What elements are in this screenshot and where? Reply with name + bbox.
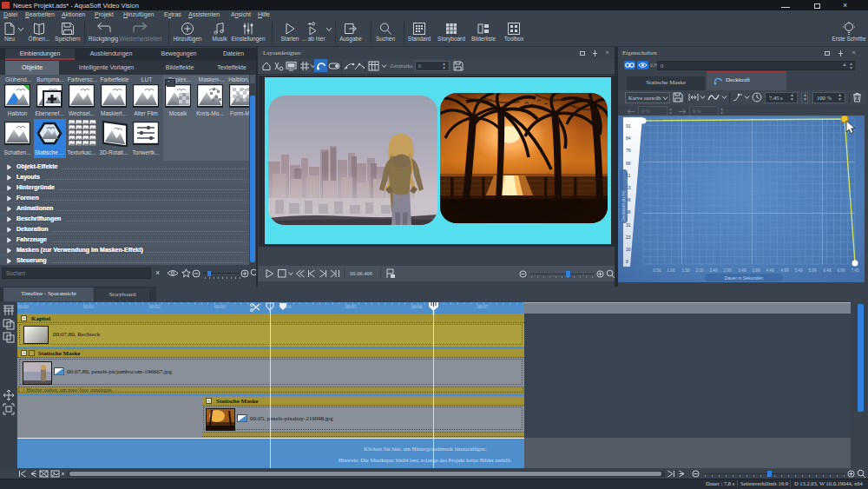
svg-text:31: 31 [626,222,631,228]
svg-text:3.99: 3.99 [753,268,760,273]
svg-text:84: 84 [626,135,631,141]
svg-text:68: 68 [626,161,631,166]
svg-text:Dauer in Sekunden: Dauer in Sekunden [725,275,764,281]
svg-text:2.00: 2.00 [696,268,704,273]
svg-text:1.50: 1.50 [682,268,690,273]
svg-text:3.49: 3.49 [739,268,746,273]
svg-text:16: 16 [626,247,631,252]
svg-text:5.99: 5.99 [809,268,817,273]
svg-text:2.99: 2.99 [724,268,732,273]
svg-text:4.49: 4.49 [766,268,774,273]
svg-text:2.49: 2.49 [710,268,718,273]
svg-text:6.49: 6.49 [824,268,832,273]
svg-text:23: 23 [626,235,631,240]
svg-text:7.45: 7.45 [852,268,859,273]
svg-text:0.50: 0.50 [654,268,661,273]
svg-text:8: 8 [626,259,628,264]
svg-text:4.99: 4.99 [781,268,789,273]
svg-text:91: 91 [626,123,631,129]
svg-text:6.99: 6.99 [838,268,845,273]
svg-text:Deckkraft (in %): Deckkraft (in %) [621,190,626,221]
svg-text:1.00: 1.00 [667,268,675,273]
svg-text:5.49: 5.49 [795,268,803,273]
svg-text:76: 76 [626,148,631,153]
